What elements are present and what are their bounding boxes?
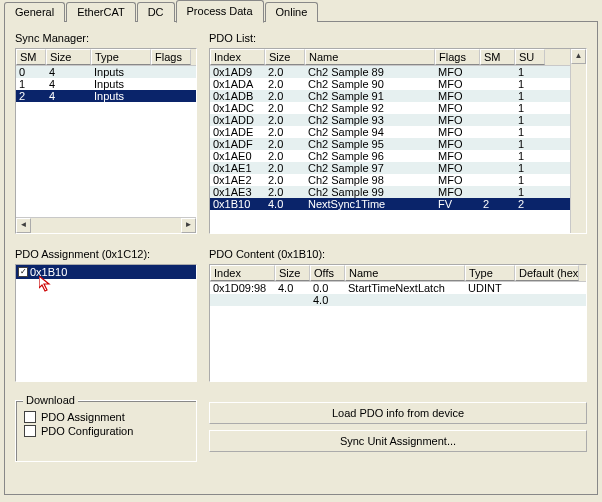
scrollbar-horizontal[interactable]: ◄ ► — [16, 217, 196, 233]
pdo-assignment-checkbox[interactable]: PDO Assignment — [24, 411, 188, 423]
table-row[interactable]: 0x1ADC2.0Ch2 Sample 92MFO1 — [210, 102, 570, 114]
column-header[interactable]: Type — [465, 265, 515, 281]
column-header[interactable]: Flags — [151, 49, 191, 65]
column-header[interactable]: SM — [480, 49, 515, 65]
scroll-right-icon[interactable]: ► — [181, 218, 196, 233]
column-header[interactable]: SM — [16, 49, 46, 65]
table-row[interactable]: 0x1ADD2.0Ch2 Sample 93MFO1 — [210, 114, 570, 126]
pdo-content-label: PDO Content (0x1B10): — [209, 248, 587, 260]
table-row[interactable]: 0x1AE32.0Ch2 Sample 99MFO1 — [210, 186, 570, 198]
table-row[interactable]: 0x1AD92.0Ch2 Sample 89MFO1 — [210, 66, 570, 78]
column-header[interactable]: SU — [515, 49, 545, 65]
tab-general[interactable]: General — [4, 2, 65, 22]
table-row[interactable]: 0x1D09:984.00.0StartTimeNextLatchUDINT — [210, 282, 586, 294]
pdo-content-list[interactable]: IndexSizeOffsNameTypeDefault (hex) 0x1D0… — [209, 264, 587, 382]
table-row[interactable]: 04Inputs — [16, 66, 196, 78]
tab-ethercat[interactable]: EtherCAT — [66, 2, 135, 22]
table-row[interactable]: 0x1ADA2.0Ch2 Sample 90MFO1 — [210, 78, 570, 90]
svg-marker-0 — [39, 276, 49, 291]
checkbox-icon[interactable]: ✓ — [18, 267, 28, 277]
column-header[interactable]: Index — [210, 265, 275, 281]
column-header[interactable]: Size — [275, 265, 310, 281]
sync-manager-label: Sync Manager: — [15, 32, 197, 44]
tab-dc[interactable]: DC — [137, 2, 175, 22]
table-row[interactable]: 0x1AE22.0Ch2 Sample 98MFO1 — [210, 174, 570, 186]
table-row[interactable]: 4.0 — [210, 294, 586, 306]
column-header[interactable]: Name — [305, 49, 435, 65]
table-row[interactable]: 14Inputs — [16, 78, 196, 90]
download-group-title: Download — [23, 394, 78, 406]
column-header[interactable]: Index — [210, 49, 265, 65]
column-header[interactable]: Name — [345, 265, 465, 281]
tab-process-data[interactable]: Process Data — [176, 0, 264, 23]
table-row[interactable]: 0x1B104.0NextSync1TimeFV22 — [210, 198, 570, 210]
sync-unit-button[interactable]: Sync Unit Assignment... — [209, 430, 587, 452]
table-row[interactable]: 24Inputs — [16, 90, 196, 102]
table-row[interactable]: 0x1AE02.0Ch2 Sample 96MFO1 — [210, 150, 570, 162]
table-row[interactable]: 0x1AE12.0Ch2 Sample 97MFO1 — [210, 162, 570, 174]
column-header[interactable]: Default (hex) — [515, 265, 579, 281]
column-header[interactable]: Offs — [310, 265, 345, 281]
pdo-list-label: PDO List: — [209, 32, 587, 44]
download-group: Download PDO Assignment PDO Configuratio… — [15, 400, 197, 462]
sync-manager-list[interactable]: SMSizeTypeFlags 04Inputs14Inputs24Inputs… — [15, 48, 197, 234]
pdo-assignment-list[interactable]: ✓ 0x1B10 — [15, 264, 197, 382]
pdo-assignment-item[interactable]: ✓ 0x1B10 — [16, 265, 196, 279]
column-header[interactable]: Size — [265, 49, 305, 65]
pdo-assignment-label: PDO Assignment (0x1C12): — [15, 248, 197, 260]
column-header[interactable]: Type — [91, 49, 151, 65]
pdo-list[interactable]: IndexSizeNameFlagsSMSU 0x1AD92.0Ch2 Samp… — [209, 48, 587, 234]
table-row[interactable]: 0x1ADF2.0Ch2 Sample 95MFO1 — [210, 138, 570, 150]
tab-online[interactable]: Online — [265, 2, 319, 22]
column-header[interactable]: Size — [46, 49, 91, 65]
scrollbar-vertical[interactable]: ▲ — [570, 49, 586, 233]
table-row[interactable]: 0x1ADB2.0Ch2 Sample 91MFO1 — [210, 90, 570, 102]
table-row[interactable]: 0x1ADE2.0Ch2 Sample 94MFO1 — [210, 126, 570, 138]
scroll-left-icon[interactable]: ◄ — [16, 218, 31, 233]
load-pdo-button[interactable]: Load PDO info from device — [209, 402, 587, 424]
column-header[interactable]: Flags — [435, 49, 480, 65]
pdo-configuration-checkbox[interactable]: PDO Configuration — [24, 425, 188, 437]
scroll-up-icon[interactable]: ▲ — [571, 49, 586, 64]
